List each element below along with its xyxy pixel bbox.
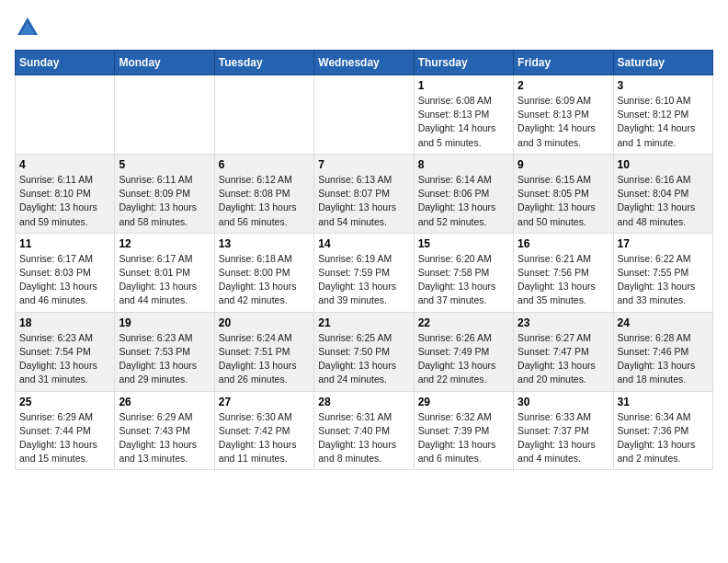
logo-icon bbox=[15, 15, 40, 40]
day-info: Sunrise: 6:12 AMSunset: 8:08 PMDaylight:… bbox=[219, 173, 310, 229]
calendar-cell: 8Sunrise: 6:14 AMSunset: 8:06 PMDaylight… bbox=[414, 154, 513, 233]
calendar-cell: 7Sunrise: 6:13 AMSunset: 8:07 PMDaylight… bbox=[314, 154, 414, 233]
day-number: 21 bbox=[318, 316, 409, 329]
calendar-cell: 18Sunrise: 6:23 AMSunset: 7:54 PMDayligh… bbox=[16, 312, 115, 391]
calendar-cell bbox=[16, 75, 115, 155]
day-number: 19 bbox=[119, 316, 210, 329]
day-number: 11 bbox=[19, 237, 110, 250]
week-row-1: 1Sunrise: 6:08 AMSunset: 8:13 PMDaylight… bbox=[16, 75, 713, 155]
day-info: Sunrise: 6:11 AMSunset: 8:09 PMDaylight:… bbox=[119, 173, 210, 229]
column-header-sunday: Sunday bbox=[16, 51, 115, 75]
day-info: Sunrise: 6:11 AMSunset: 8:10 PMDaylight:… bbox=[19, 173, 110, 229]
day-number: 30 bbox=[518, 396, 609, 408]
calendar-cell: 10Sunrise: 6:16 AMSunset: 8:04 PMDayligh… bbox=[613, 154, 712, 233]
day-info: Sunrise: 6:34 AMSunset: 7:36 PMDaylight:… bbox=[618, 410, 709, 466]
day-info: Sunrise: 6:19 AMSunset: 7:59 PMDaylight:… bbox=[318, 252, 409, 308]
day-number: 16 bbox=[518, 237, 609, 250]
calendar-cell: 1Sunrise: 6:08 AMSunset: 8:13 PMDaylight… bbox=[414, 75, 513, 155]
day-info: Sunrise: 6:16 AMSunset: 8:04 PMDaylight:… bbox=[618, 173, 709, 229]
day-info: Sunrise: 6:24 AMSunset: 7:51 PMDaylight:… bbox=[219, 331, 310, 387]
calendar-cell: 25Sunrise: 6:29 AMSunset: 7:44 PMDayligh… bbox=[16, 391, 115, 470]
day-info: Sunrise: 6:17 AMSunset: 8:01 PMDaylight:… bbox=[119, 252, 210, 308]
day-info: Sunrise: 6:31 AMSunset: 7:40 PMDaylight:… bbox=[318, 410, 409, 466]
week-row-5: 25Sunrise: 6:29 AMSunset: 7:44 PMDayligh… bbox=[16, 391, 713, 470]
day-info: Sunrise: 6:08 AMSunset: 8:13 PMDaylight:… bbox=[418, 94, 509, 150]
day-number: 9 bbox=[518, 158, 609, 171]
day-number: 27 bbox=[219, 396, 310, 408]
column-header-monday: Monday bbox=[115, 51, 214, 75]
calendar-cell: 17Sunrise: 6:22 AMSunset: 7:55 PMDayligh… bbox=[613, 233, 712, 312]
column-header-wednesday: Wednesday bbox=[314, 51, 414, 75]
day-info: Sunrise: 6:20 AMSunset: 7:58 PMDaylight:… bbox=[418, 252, 509, 308]
calendar-cell: 13Sunrise: 6:18 AMSunset: 8:00 PMDayligh… bbox=[214, 233, 313, 312]
day-info: Sunrise: 6:13 AMSunset: 8:07 PMDaylight:… bbox=[318, 173, 409, 229]
calendar-cell: 11Sunrise: 6:17 AMSunset: 8:03 PMDayligh… bbox=[16, 233, 115, 312]
day-number: 26 bbox=[119, 396, 210, 408]
calendar-cell: 14Sunrise: 6:19 AMSunset: 7:59 PMDayligh… bbox=[314, 233, 414, 312]
calendar-cell bbox=[214, 75, 313, 155]
calendar-cell: 21Sunrise: 6:25 AMSunset: 7:50 PMDayligh… bbox=[314, 312, 414, 391]
calendar-cell: 19Sunrise: 6:23 AMSunset: 7:53 PMDayligh… bbox=[115, 312, 214, 391]
day-info: Sunrise: 6:29 AMSunset: 7:43 PMDaylight:… bbox=[119, 410, 210, 466]
calendar-cell: 27Sunrise: 6:30 AMSunset: 7:42 PMDayligh… bbox=[214, 391, 313, 470]
calendar-cell: 22Sunrise: 6:26 AMSunset: 7:49 PMDayligh… bbox=[414, 312, 513, 391]
calendar-cell: 20Sunrise: 6:24 AMSunset: 7:51 PMDayligh… bbox=[214, 312, 313, 391]
day-info: Sunrise: 6:32 AMSunset: 7:39 PMDaylight:… bbox=[418, 410, 509, 466]
week-row-4: 18Sunrise: 6:23 AMSunset: 7:54 PMDayligh… bbox=[16, 312, 713, 391]
day-info: Sunrise: 6:23 AMSunset: 7:54 PMDaylight:… bbox=[19, 331, 110, 387]
day-number: 2 bbox=[518, 79, 609, 92]
day-number: 20 bbox=[219, 316, 310, 329]
calendar-cell: 12Sunrise: 6:17 AMSunset: 8:01 PMDayligh… bbox=[115, 233, 214, 312]
day-number: 13 bbox=[219, 237, 310, 250]
calendar-cell: 16Sunrise: 6:21 AMSunset: 7:56 PMDayligh… bbox=[514, 233, 613, 312]
calendar-cell: 23Sunrise: 6:27 AMSunset: 7:47 PMDayligh… bbox=[514, 312, 613, 391]
calendar-cell: 9Sunrise: 6:15 AMSunset: 8:05 PMDaylight… bbox=[514, 154, 613, 233]
day-info: Sunrise: 6:30 AMSunset: 7:42 PMDaylight:… bbox=[219, 410, 310, 466]
calendar-cell bbox=[314, 75, 414, 155]
day-info: Sunrise: 6:28 AMSunset: 7:46 PMDaylight:… bbox=[618, 331, 709, 387]
calendar-cell bbox=[115, 75, 214, 155]
day-number: 10 bbox=[618, 158, 709, 171]
day-info: Sunrise: 6:09 AMSunset: 8:13 PMDaylight:… bbox=[518, 94, 609, 150]
column-header-thursday: Thursday bbox=[414, 51, 513, 75]
day-number: 3 bbox=[618, 79, 709, 92]
day-number: 5 bbox=[119, 158, 210, 171]
column-header-tuesday: Tuesday bbox=[214, 51, 313, 75]
page-header bbox=[15, 15, 713, 40]
week-row-2: 4Sunrise: 6:11 AMSunset: 8:10 PMDaylight… bbox=[16, 154, 713, 233]
day-number: 12 bbox=[119, 237, 210, 250]
day-info: Sunrise: 6:15 AMSunset: 8:05 PMDaylight:… bbox=[518, 173, 609, 229]
day-number: 14 bbox=[318, 237, 409, 250]
column-header-friday: Friday bbox=[514, 51, 613, 75]
day-info: Sunrise: 6:17 AMSunset: 8:03 PMDaylight:… bbox=[19, 252, 110, 308]
day-number: 22 bbox=[418, 316, 509, 329]
day-number: 28 bbox=[318, 396, 409, 408]
day-number: 29 bbox=[418, 396, 509, 408]
calendar-cell: 2Sunrise: 6:09 AMSunset: 8:13 PMDaylight… bbox=[514, 75, 613, 155]
day-number: 8 bbox=[418, 158, 509, 171]
day-info: Sunrise: 6:10 AMSunset: 8:12 PMDaylight:… bbox=[618, 94, 709, 150]
calendar-header-row: SundayMondayTuesdayWednesdayThursdayFrid… bbox=[16, 51, 713, 75]
day-info: Sunrise: 6:23 AMSunset: 7:53 PMDaylight:… bbox=[119, 331, 210, 387]
calendar-cell: 3Sunrise: 6:10 AMSunset: 8:12 PMDaylight… bbox=[613, 75, 712, 155]
day-info: Sunrise: 6:25 AMSunset: 7:50 PMDaylight:… bbox=[318, 331, 409, 387]
day-info: Sunrise: 6:26 AMSunset: 7:49 PMDaylight:… bbox=[418, 331, 509, 387]
calendar-cell: 6Sunrise: 6:12 AMSunset: 8:08 PMDaylight… bbox=[214, 154, 313, 233]
day-info: Sunrise: 6:33 AMSunset: 7:37 PMDaylight:… bbox=[518, 410, 609, 466]
day-number: 15 bbox=[418, 237, 509, 250]
calendar-cell: 4Sunrise: 6:11 AMSunset: 8:10 PMDaylight… bbox=[16, 154, 115, 233]
calendar-table: SundayMondayTuesdayWednesdayThursdayFrid… bbox=[15, 50, 713, 470]
day-info: Sunrise: 6:29 AMSunset: 7:44 PMDaylight:… bbox=[19, 410, 110, 466]
calendar-cell: 26Sunrise: 6:29 AMSunset: 7:43 PMDayligh… bbox=[115, 391, 214, 470]
column-header-saturday: Saturday bbox=[613, 51, 712, 75]
day-number: 6 bbox=[219, 158, 310, 171]
calendar-cell: 29Sunrise: 6:32 AMSunset: 7:39 PMDayligh… bbox=[414, 391, 513, 470]
logo bbox=[15, 15, 44, 40]
day-number: 17 bbox=[618, 237, 709, 250]
day-info: Sunrise: 6:22 AMSunset: 7:55 PMDaylight:… bbox=[618, 252, 709, 308]
calendar-cell: 28Sunrise: 6:31 AMSunset: 7:40 PMDayligh… bbox=[314, 391, 414, 470]
day-number: 25 bbox=[19, 396, 110, 408]
calendar-cell: 15Sunrise: 6:20 AMSunset: 7:58 PMDayligh… bbox=[414, 233, 513, 312]
day-info: Sunrise: 6:14 AMSunset: 8:06 PMDaylight:… bbox=[418, 173, 509, 229]
day-number: 4 bbox=[19, 158, 110, 171]
